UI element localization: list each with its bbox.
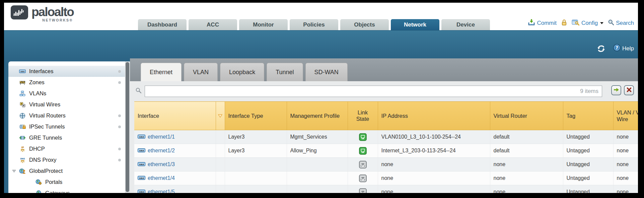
tab-policies[interactable]: Policies <box>290 19 338 30</box>
col-header-management-profile[interactable]: Management Profile <box>287 102 348 130</box>
dhcp-icon: IP <box>18 146 26 152</box>
brand-name: paloalto <box>31 5 74 19</box>
ip-address-cell: none <box>378 185 490 193</box>
col-header-tag[interactable]: Tag <box>563 102 613 130</box>
link-up-icon[interactable] <box>359 133 367 141</box>
search-button[interactable]: Search <box>608 19 634 27</box>
management-profile-cell: Allow_Ping <box>287 144 348 158</box>
item-dot <box>118 81 121 84</box>
link-down-icon[interactable] <box>359 161 367 168</box>
banner-bar: ? Help <box>4 30 638 59</box>
ethernet-interface-icon <box>138 134 145 140</box>
management-profile-cell: Mgmt_Services <box>287 130 348 144</box>
col-header-link-state[interactable]: Link State <box>348 102 378 130</box>
brand-tagline: NETWORKS® <box>42 18 73 22</box>
management-profile-cell <box>287 158 348 171</box>
sidebar-item-virtual-wires[interactable]: Virtual Wires <box>8 99 125 110</box>
item-count: 9 items <box>580 88 602 95</box>
vlan-wire-cell: none <box>613 171 638 185</box>
virtual-router-cell: none <box>490 185 563 193</box>
ip-address-cell: VLAN0100_L3_10-1-100-254--24 <box>378 130 490 144</box>
zones-icon <box>18 80 26 85</box>
sidebar-item-gre-tunnels[interactable]: GRE Tunnels <box>8 132 125 143</box>
subtab-strip: EthernetVLANLoopbackTunnelSD-WAN <box>130 58 638 81</box>
link-down-icon[interactable] <box>359 188 367 193</box>
globalprotect-icon <box>18 168 26 174</box>
ethernet-interface-icon <box>138 161 145 167</box>
col-header-ip-address[interactable]: IP Address <box>378 102 490 130</box>
sidebar-item-ipsec-tunnels[interactable]: IPSec Tunnels <box>8 121 125 132</box>
main-nav-tabs: DashboardACCMonitorPoliciesObjectsNetwor… <box>138 19 490 30</box>
filter-search-icon <box>135 87 142 95</box>
tag-cell: Untagged <box>563 144 613 158</box>
chevron-down-icon <box>600 22 603 24</box>
table-row-ethernet1-4: ethernet1/4 none none Untagged none <box>134 171 638 185</box>
ip-address-cell: Internet_L3_203-0-113-254--24 <box>378 144 490 158</box>
subtab-vlan[interactable]: VLAN <box>184 63 218 81</box>
link-down-icon[interactable] <box>359 175 367 182</box>
link-state-cell <box>348 158 378 171</box>
sidebar-item-portals[interactable]: Portals <box>8 177 125 188</box>
subtab-loopback[interactable]: Loopback <box>220 63 264 81</box>
subtab-sd-wan[interactable]: SD-WAN <box>305 63 348 81</box>
virtual-routers-icon <box>18 113 26 119</box>
interface-link[interactable]: ethernet1/2 <box>148 148 175 154</box>
apply-filter-button[interactable] <box>611 85 621 95</box>
subtab-tunnel[interactable]: Tunnel <box>267 63 303 81</box>
col-header-vlan-wire[interactable]: VLAN / V Wire <box>613 102 638 130</box>
body-area: Interfaces Zones VLANs <box>4 58 638 193</box>
refresh-icon[interactable] <box>597 45 605 52</box>
sort-arrow-icon <box>218 113 223 119</box>
help-button[interactable]: ? Help <box>613 44 634 53</box>
interface-link[interactable]: ethernet1/3 <box>148 161 175 167</box>
tab-network[interactable]: Network <box>391 19 439 30</box>
dns-proxy-icon: DNS <box>18 157 26 163</box>
tab-monitor[interactable]: Monitor <box>239 19 288 30</box>
table-row-ethernet1-3: ethernet1/3 none none Untagged none <box>134 158 638 171</box>
tag-cell: Untagged <box>563 158 613 171</box>
tab-dashboard[interactable]: Dashboard <box>138 19 187 30</box>
paloalto-logo: paloalto NETWORKS® <box>11 5 74 22</box>
expand-triangle-icon[interactable] <box>12 169 16 173</box>
nav-actions: Commit Config Search <box>528 18 634 29</box>
tab-objects[interactable]: Objects <box>340 19 389 30</box>
sidebar-item-zones[interactable]: Zones <box>8 77 125 88</box>
sidebar-item-globalprotect[interactable]: GlobalProtect <box>8 165 125 177</box>
tab-acc[interactable]: ACC <box>189 19 237 30</box>
sidebar-scrollbar <box>125 61 130 193</box>
sidebar-item-virtual-routers[interactable]: Virtual Routers <box>8 110 125 121</box>
sidebar-item-interfaces[interactable]: Interfaces <box>8 66 125 77</box>
commit-button[interactable]: Commit <box>528 19 557 28</box>
sidebar-item-dns-proxy[interactable]: DNS DNS Proxy <box>8 154 125 165</box>
management-profile-cell <box>287 171 348 185</box>
interface-link[interactable]: ethernet1/4 <box>148 175 175 181</box>
sidebar-item-vlans[interactable]: VLANs <box>8 88 125 99</box>
ethernet-interface-icon <box>138 189 145 193</box>
col-header-virtual-router[interactable]: Virtual Router <box>490 102 563 130</box>
col-header-interface-type[interactable]: Interface Type <box>225 102 287 130</box>
interface-link[interactable]: ethernet1/1 <box>148 134 175 140</box>
lock-icon[interactable] <box>561 19 567 28</box>
filter-bar: 9 items <box>130 81 638 101</box>
search-icon <box>608 19 614 27</box>
virtual-router-cell: default <box>490 130 563 144</box>
col-header-interface[interactable]: Interface <box>134 102 216 130</box>
table-row-ethernet1-1: ethernet1/1 Layer3 Mgmt_Services VLAN010… <box>134 130 638 144</box>
sidebar-scrollbar-thumb[interactable] <box>126 62 129 192</box>
filter-input[interactable] <box>145 86 580 96</box>
item-dot <box>118 159 121 161</box>
config-menu-button[interactable]: Config <box>572 19 603 28</box>
subtab-ethernet[interactable]: Ethernet <box>141 63 182 81</box>
sidebar-item-gateways[interactable]: Gateways <box>8 188 125 193</box>
link-up-icon[interactable] <box>359 147 367 155</box>
tag-cell: Untagged <box>563 171 613 185</box>
clear-filter-button[interactable] <box>624 85 634 95</box>
interface-link[interactable]: ethernet1/5 <box>148 189 175 193</box>
sidebar-item-dhcp[interactable]: IP DHCP <box>8 143 125 154</box>
svg-text:DNS: DNS <box>20 157 25 159</box>
sort-dropdown[interactable] <box>216 102 225 130</box>
top-bar: paloalto NETWORKS® DashboardACCMonitorPo… <box>4 3 638 30</box>
tab-device[interactable]: Device <box>441 19 490 30</box>
item-dot <box>118 148 121 150</box>
help-icon: ? <box>613 44 621 53</box>
